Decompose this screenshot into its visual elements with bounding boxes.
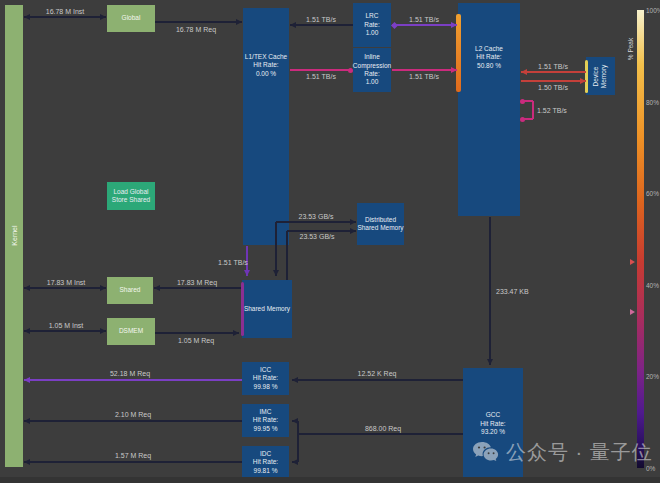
peak-scale-tick: 40% (646, 282, 659, 289)
link-arrowhead-bw-l1-sharedmem (244, 270, 250, 276)
link-arrowhead-bw-inline-l2 (451, 67, 457, 73)
link-line-req-icc-kernel (24, 379, 242, 381)
link-label-req-imc-kernel: 2.10 M Req (115, 411, 151, 419)
link-arrowhead-req-global-l1 (236, 19, 242, 25)
shared-memory-port-utilization-bar (241, 282, 244, 336)
link-line-bw-l2-devmem (521, 80, 586, 82)
imc-label: IMC Hit Rate: 99.95 % (253, 408, 278, 433)
link-label-req-sharedmem-shared: 17.83 M Req (177, 279, 217, 287)
gcc-label: GCC Hit Rate: 93.20 % (480, 411, 505, 436)
icc-node[interactable]: ICC Hit Rate: 99.98 % (242, 362, 289, 395)
shared-label: Shared (120, 286, 141, 294)
link-arrowhead-req-gcc-icc (292, 377, 298, 383)
peak-scale-marker (630, 309, 635, 315)
link-arrowhead-inst-kernel-dsmem (24, 328, 30, 334)
distributed-shared-memory-node[interactable]: Distributed Shared Memory (357, 203, 404, 245)
link-label-bw-l1-sharedmem: 1.51 TB/s (218, 259, 248, 267)
device-memory-port-utilization-bar (585, 60, 588, 93)
link-line-req-idc-kernel (24, 461, 242, 463)
link-line-bw-lrc-l1 (290, 24, 353, 26)
link-line-bytes-l2-gcc (489, 217, 491, 365)
link-line-inst-kernel-dsmem (24, 330, 106, 332)
link-endpoint-bw-l2-loop (520, 117, 525, 122)
peak-scale-gradient-bar (637, 10, 644, 468)
l2-cache-label: L2 Cache Hit Rate: 50.80 % (475, 45, 503, 70)
dsmem-node[interactable]: DSMEM (107, 318, 155, 345)
link-label-inst-kernel-dsmem: 1.05 M Inst (49, 322, 84, 330)
link-arrowhead-req-dsmem-sharedmem (233, 330, 239, 336)
link-line-req-global-l1 (155, 21, 242, 23)
link-label-req-dsmem-sharedmem: 1.05 M Req (178, 337, 214, 345)
peak-scale-tick: 20% (646, 373, 659, 380)
link-label-inst-kernel-global: 16.78 M Inst (46, 8, 85, 16)
link-arrowhead-req-idc-kernel (24, 459, 30, 465)
peak-scale-marker (630, 259, 635, 265)
lgss-label: Load Global Store Shared (112, 188, 150, 205)
imc-node[interactable]: IMC Hit Rate: 99.95 % (242, 404, 289, 437)
kernel-label: Kernel (9, 226, 18, 246)
memory-workload-chart: Kernel Global Load Global Store Shared S… (0, 0, 660, 483)
link-arrowhead-inst-kernel-shared (100, 285, 106, 291)
distributed-shared-memory-label: Distributed Shared Memory (357, 216, 403, 233)
link-arrowhead-req-gcc-imc-idc (292, 418, 298, 424)
link-label-req-idc-kernel: 1.57 M Req (115, 452, 151, 460)
link-arrowhead-inst-kernel-shared (24, 285, 30, 291)
link-label-bw-inline-l2: 1.51 TB/s (409, 73, 439, 81)
l1-tex-cache-node[interactable]: L1/TEX Cache Hit Rate: 0.00 % (243, 8, 289, 245)
l2-cache-node[interactable]: L2 Cache Hit Rate: 50.80 % (458, 3, 520, 216)
global-label: Global (122, 14, 141, 22)
link-label-req-icc-kernel: 52.18 M Req (110, 370, 150, 378)
link-label-inst-kernel-shared: 17.83 M Inst (47, 279, 86, 287)
link-line-bw-dsm-lower (287, 230, 356, 232)
peak-scale-tick: 80% (646, 99, 659, 106)
link-arrowhead-inst-kernel-global (100, 14, 106, 20)
lrc-node[interactable]: LRC Rate: 1.00 (353, 3, 391, 47)
peak-scale-title: % Peak (627, 28, 637, 70)
link-line-req-gcc-imc-idc (298, 433, 463, 435)
link-label-bw-devmem-l2: 1.51 TB/s (538, 63, 568, 71)
load-global-store-shared-node[interactable]: Load Global Store Shared (107, 182, 155, 210)
link-line-req-dsmem-sharedmem (155, 332, 239, 334)
link-line-bw-l2-loop (532, 101, 534, 119)
peak-scale-tick: 0% (646, 465, 655, 472)
link-arrowhead-req-imc-kernel (24, 418, 30, 424)
global-node[interactable]: Global (107, 5, 155, 32)
link-line-bw-dsm-lower (286, 231, 288, 280)
link-line-req-imc-kernel (24, 420, 242, 422)
peak-scale-tick: 100% (646, 7, 660, 14)
link-line-req-gcc-imc-idc (297, 421, 299, 462)
link-label-bw-l1-inline: 1.51 TB/s (306, 73, 336, 81)
link-arrowhead-bw-devmem-l2 (521, 69, 527, 75)
link-arrowhead-bw-dsm-upper (273, 270, 279, 276)
link-line-bw-l1-inline (290, 69, 351, 71)
link-endpoint-bw-lrc-l2 (390, 21, 397, 28)
link-arrowhead-bw-lrc-l2 (451, 22, 457, 28)
idc-node[interactable]: IDC Hit Rate: 99.81 % (242, 446, 289, 479)
link-label-bw-dsm-upper: 23.53 GB/s (298, 213, 333, 221)
link-label-req-gcc-imc-idc: 868.00 Req (365, 425, 401, 433)
peak-scale-tick: 60% (646, 190, 659, 197)
link-arrowhead-bytes-l2-gcc (487, 359, 493, 365)
wechat-icon (472, 441, 499, 465)
link-line-bw-inline-l2 (392, 69, 457, 71)
shared-memory-node[interactable]: Shared Memory (242, 280, 292, 338)
shared-node[interactable]: Shared (107, 277, 153, 304)
link-label-bytes-l2-gcc: 233.47 KB (496, 288, 529, 296)
link-arrowhead-req-sharedmem-shared (154, 285, 160, 291)
lrc-label: LRC Rate: 1.00 (364, 12, 380, 37)
inline-compression-node[interactable]: Inline Compression Rate: 1.00 (353, 48, 391, 92)
device-memory-node[interactable]: Device Memory (586, 57, 615, 95)
link-line-bw-dsm-upper (276, 221, 356, 223)
link-label-req-gcc-icc: 12.52 K Req (358, 370, 397, 378)
kernel-node[interactable]: Kernel (5, 5, 23, 467)
link-label-bw-l2-devmem: 1.50 TB/s (538, 84, 568, 92)
link-arrowhead-req-icc-kernel (24, 377, 30, 383)
link-arrowhead-inst-kernel-dsmem (100, 328, 106, 334)
l1-tex-cache-label: L1/TEX Cache Hit Rate: 0.00 % (245, 53, 287, 78)
link-label-bw-lrc-l2: 1.51 TB/s (409, 16, 439, 24)
link-endpoint-bw-l1-inline (348, 68, 353, 73)
link-arrowhead-bw-dsm-upper (350, 219, 356, 225)
link-line-bw-dsm-upper (275, 222, 277, 276)
link-line-inst-kernel-global (24, 16, 106, 18)
link-arrowhead-req-gcc-imc-idc (292, 459, 298, 465)
